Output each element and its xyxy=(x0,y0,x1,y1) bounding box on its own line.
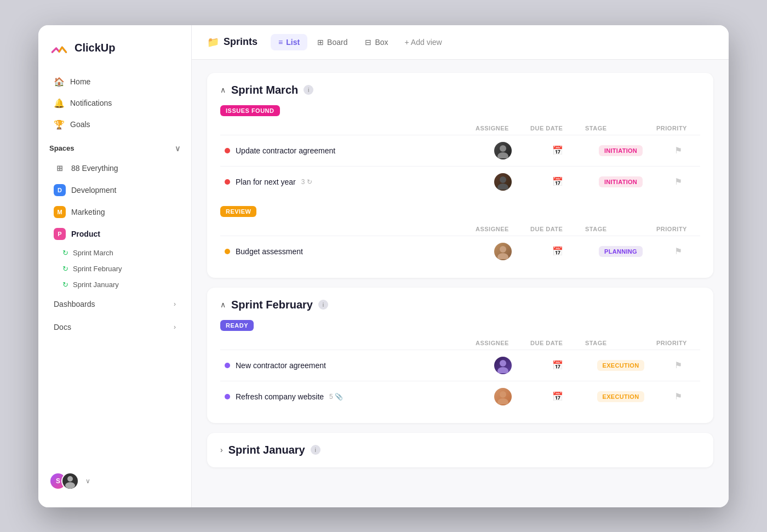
home-label: Home xyxy=(70,77,90,86)
stage-badge: EXECUTION xyxy=(597,391,645,402)
add-view-label: + Add view xyxy=(405,38,442,47)
stage-cell: EXECUTION xyxy=(585,360,656,371)
svg-point-9 xyxy=(497,367,508,373)
assignee-cell xyxy=(476,243,530,260)
sidebar-item-goals[interactable]: 🏆 Goals xyxy=(43,115,187,135)
svg-point-11 xyxy=(497,398,508,404)
issues-found-tag: ISSUES FOUND xyxy=(220,105,280,116)
priority-cell[interactable]: ⚑ xyxy=(656,246,700,256)
review-group: REVIEW ASSIGNEE DUE DATE STAGE PRIORITY … xyxy=(220,206,700,267)
everything-label: 88 Everything xyxy=(71,164,118,173)
list-tab-icon: ≡ xyxy=(278,38,283,47)
sidebar-item-sprint-february[interactable]: ↻ Sprint February xyxy=(38,261,191,277)
duedate-cell[interactable]: 📅 xyxy=(530,176,585,187)
sprint-february-info-icon[interactable]: i xyxy=(318,300,328,310)
sprint-january-header: › Sprint January i xyxy=(220,444,700,456)
sprint-march-label: Sprint March xyxy=(73,249,113,257)
svg-point-5 xyxy=(497,184,508,190)
priority-cell[interactable]: ⚑ xyxy=(656,360,700,370)
duedate-cell[interactable]: 📅 xyxy=(530,391,585,402)
priority-cell[interactable]: ⚑ xyxy=(656,176,700,187)
docs-chevron-icon: › xyxy=(174,323,176,331)
development-label: Development xyxy=(71,186,117,195)
spaces-label: Spaces xyxy=(49,144,75,152)
assignee-cell xyxy=(476,142,530,159)
sprint-march-info-icon[interactable]: i xyxy=(304,85,313,95)
duedate-cell[interactable]: 📅 xyxy=(530,145,585,156)
spaces-section-header: Spaces ∨ xyxy=(38,135,191,157)
issues-found-table-header: ASSIGNEE DUE DATE STAGE PRIORITY xyxy=(220,122,700,135)
priority-cell[interactable]: ⚑ xyxy=(656,391,700,402)
goals-label: Goals xyxy=(70,120,90,129)
avatar xyxy=(494,388,512,405)
box-tab-icon: ⊟ xyxy=(365,38,371,47)
sprint-january-toggle[interactable]: › xyxy=(220,445,223,454)
sidebar-item-notifications[interactable]: 🔔 Notifications xyxy=(43,93,187,113)
priority-cell[interactable]: ⚑ xyxy=(656,145,700,156)
svg-point-1 xyxy=(65,482,75,489)
sidebar-item-dashboards[interactable]: Dashboards › xyxy=(43,293,187,315)
sidebar-item-development[interactable]: D Development xyxy=(43,180,187,201)
duedate-cell[interactable]: 📅 xyxy=(530,360,585,370)
sidebar-item-docs[interactable]: Docs › xyxy=(43,316,187,338)
sprint-january-section: › Sprint January i xyxy=(207,433,713,467)
task-name-cell: Plan for next year 3 ↻ xyxy=(225,178,476,186)
clickup-logo-icon xyxy=(49,38,69,58)
box-tab-label: Box xyxy=(375,38,388,47)
home-icon: 🏠 xyxy=(54,77,65,87)
issues-found-group: ISSUES FOUND ASSIGNEE DUE DATE STAGE PRI… xyxy=(220,105,700,197)
ready-table-header: ASSIGNEE DUE DATE STAGE PRIORITY xyxy=(220,336,700,350)
topbar: 📁 Sprints ≡ List ⊞ Board ⊟ Box + Add vie… xyxy=(192,25,729,60)
stage-cell: EXECUTION xyxy=(585,391,656,402)
assignee-cell xyxy=(476,357,530,374)
sidebar-item-product[interactable]: P Product xyxy=(43,224,187,244)
col-duedate-rd: DUE DATE xyxy=(530,340,585,346)
svg-point-0 xyxy=(67,476,73,482)
dashboards-chevron-icon: › xyxy=(174,300,176,308)
sidebar-item-marketing[interactable]: M Marketing xyxy=(43,202,187,222)
svg-point-3 xyxy=(497,152,508,158)
sidebar-item-home[interactable]: 🏠 Home xyxy=(43,72,187,92)
avatar xyxy=(494,142,512,159)
table-row: Budget assessment 📅 PLANNING ⚑ xyxy=(220,236,700,267)
duedate-cell[interactable]: 📅 xyxy=(530,246,585,256)
everything-icon: ⊞ xyxy=(54,162,66,174)
assignee-cell xyxy=(476,388,530,405)
bell-icon: 🔔 xyxy=(54,98,65,108)
task-dot-yellow xyxy=(225,249,230,254)
col-assignee-r: ASSIGNEE xyxy=(476,226,530,232)
sprint-march-toggle[interactable]: ∧ xyxy=(220,85,226,94)
main-content: 📁 Sprints ≡ List ⊞ Board ⊟ Box + Add vie… xyxy=(192,25,729,507)
user-dropdown-icon[interactable]: ∨ xyxy=(85,477,90,485)
sprint-march-section: ∧ Sprint March i ISSUES FOUND ASSIGNEE D… xyxy=(207,73,713,278)
docs-label: Docs xyxy=(54,323,71,331)
tab-list[interactable]: ≡ List xyxy=(271,34,307,50)
task-name: Plan for next year xyxy=(236,178,296,186)
user-area[interactable]: S ∨ xyxy=(38,464,191,499)
col-duedate-1: DUE DATE xyxy=(530,125,585,131)
task-name-cell: New contractor agreement xyxy=(225,361,476,370)
sidebar-item-everything[interactable]: ⊞ 88 Everything xyxy=(43,158,187,179)
stage-cell: PLANNING xyxy=(585,246,656,257)
marketing-label: Marketing xyxy=(71,208,105,216)
avatar xyxy=(494,173,512,191)
tab-board[interactable]: ⊞ Board xyxy=(310,34,355,50)
task-dot-red xyxy=(225,148,230,153)
app-logo-text: ClickUp xyxy=(75,42,115,54)
add-view-button[interactable]: + Add view xyxy=(398,34,449,50)
spaces-toggle[interactable]: ∨ xyxy=(175,144,180,153)
svg-point-8 xyxy=(500,360,506,367)
sprint-january-icon: ↻ xyxy=(62,281,68,289)
content-area: ∧ Sprint March i ISSUES FOUND ASSIGNEE D… xyxy=(192,60,729,507)
sidebar-item-sprint-january[interactable]: ↻ Sprint January xyxy=(38,277,191,293)
col-task xyxy=(229,125,476,131)
task-dot-purple xyxy=(225,394,230,399)
task-name: Update contractor agreement xyxy=(236,146,335,155)
tab-box[interactable]: ⊟ Box xyxy=(357,34,396,50)
stage-cell: INITIATION xyxy=(585,176,656,187)
sprint-february-toggle[interactable]: ∧ xyxy=(220,300,226,309)
sidebar-item-sprint-march[interactable]: ↻ Sprint March xyxy=(38,245,191,261)
sprint-january-info-icon[interactable]: i xyxy=(311,445,320,455)
task-name: Refresh company website xyxy=(236,392,324,401)
col-stage-r: STAGE xyxy=(585,226,656,232)
